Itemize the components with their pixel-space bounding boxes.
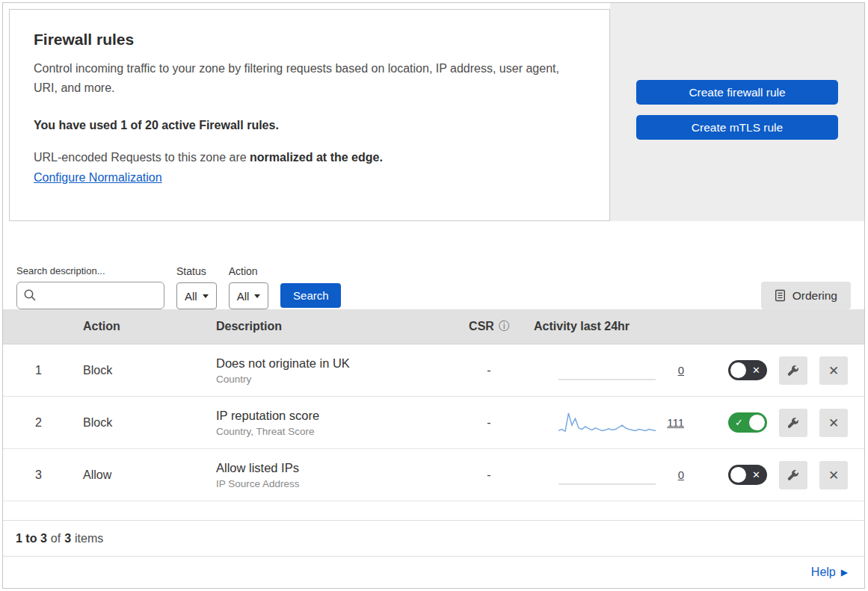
usage-summary: You have used 1 of 20 active Firewall ru… [34, 119, 585, 132]
create-firewall-rule-button[interactable]: Create firewall rule [636, 80, 838, 105]
close-icon: ✕ [828, 415, 839, 430]
normalization-note: URL-encoded Requests to this zone are no… [34, 151, 585, 164]
table-bottom-spacer [3, 501, 864, 521]
rule-description-cell: Does not originate in UK Country [201, 356, 444, 385]
rule-csr: - [444, 364, 534, 377]
search-field: Search description... [16, 265, 164, 309]
edit-rule-button[interactable] [779, 461, 807, 489]
activity-count-link[interactable]: 0 [665, 364, 684, 377]
search-input[interactable] [16, 282, 164, 309]
rule-csr: - [444, 468, 534, 482]
action-dropdown-value: All [237, 290, 250, 303]
header-description: Description [201, 320, 444, 333]
configure-normalization-link[interactable]: Configure Normalization [34, 171, 162, 185]
rule-activity-cell: 111 [534, 409, 695, 436]
action-label: Action [229, 265, 269, 277]
header-action: Action [74, 320, 201, 333]
rule-enabled-toggle[interactable]: ✕ [728, 360, 767, 380]
items-total: 3 [64, 532, 71, 545]
header-csr-label: CSR [469, 320, 494, 333]
status-dropdown[interactable]: All [176, 282, 217, 309]
rule-enabled-toggle[interactable]: ✕ [728, 465, 767, 485]
rule-activity-cell: 0 [534, 357, 695, 384]
wrench-icon [787, 469, 799, 481]
rule-activity-cell: 0 [534, 462, 695, 489]
activity-count-link[interactable]: 0 [665, 468, 684, 481]
items-of-label: of [51, 532, 61, 545]
action-dropdown[interactable]: All [229, 282, 269, 309]
search-button[interactable]: Search [280, 283, 341, 308]
rule-priority: 1 [3, 364, 74, 377]
items-label: items [75, 532, 103, 545]
info-icon[interactable]: ⓘ [499, 320, 509, 333]
table-row: 1 Block Does not originate in UK Country… [3, 344, 864, 397]
status-label: Status [176, 265, 217, 277]
intro-card: Firewall rules Control incoming traffic … [9, 9, 610, 221]
ordering-button-label: Ordering [792, 289, 837, 303]
chevron-right-icon: ▶ [841, 567, 848, 578]
rule-action: Block [74, 416, 201, 430]
rule-priority: 3 [3, 468, 74, 482]
activity-sparkline [558, 357, 656, 384]
page-description: Control incoming traffic to your zone by… [34, 59, 583, 98]
rule-subtitle: IP Source Address [216, 478, 444, 489]
rule-controls: ✓ ✕ [695, 409, 864, 437]
wrench-icon [787, 417, 799, 429]
items-range: 1 to 3 [16, 532, 47, 545]
toggle-knob [730, 362, 746, 378]
table-header: Action Description CSR ⓘ Activity last 2… [3, 309, 864, 344]
rule-description-cell: IP reputation score Country, Threat Scor… [201, 409, 444, 437]
action-panel: Create firewall rule Create mTLS rule [610, 3, 864, 221]
rule-action: Allow [74, 468, 201, 482]
table-row: 3 Allow Allow listed IPs IP Source Addre… [3, 449, 864, 501]
toggle-state-icon: ✓ [735, 417, 743, 428]
rule-priority: 2 [3, 416, 74, 430]
normalization-text: URL-encoded Requests to this zone are [34, 151, 247, 164]
search-label: Search description... [16, 265, 164, 276]
help-label: Help [811, 566, 836, 579]
edit-rule-button[interactable] [779, 409, 807, 437]
intro-section: Firewall rules Control incoming traffic … [3, 3, 864, 221]
table-row: 2 Block IP reputation score Country, Thr… [3, 397, 864, 449]
pagination-summary: 1 to 3 of 3 items [3, 521, 864, 557]
close-icon: ✕ [828, 468, 839, 483]
toggle-knob [749, 415, 765, 430]
rule-csr: - [444, 416, 534, 430]
rule-enabled-toggle[interactable]: ✓ [728, 412, 767, 433]
rule-title: IP reputation score [216, 409, 444, 423]
delete-rule-button[interactable]: ✕ [819, 461, 848, 489]
rule-subtitle: Country [216, 374, 444, 385]
ordering-button[interactable]: Ordering [761, 282, 851, 309]
rule-subtitle: Country, Threat Score [216, 426, 444, 437]
wrench-icon [787, 365, 799, 377]
status-dropdown-value: All [185, 290, 197, 303]
header-csr: CSR ⓘ [444, 320, 534, 333]
create-mtls-rule-button[interactable]: Create mTLS rule [636, 115, 838, 140]
normalization-emphasis: normalized at the edge. [250, 151, 383, 164]
activity-sparkline [558, 462, 656, 489]
toggle-state-icon: ✕ [752, 469, 760, 480]
close-icon: ✕ [828, 363, 839, 378]
help-bar: Help ▶ [3, 557, 864, 588]
search-input-wrap [16, 282, 164, 309]
delete-rule-button[interactable]: ✕ [819, 356, 848, 385]
activity-sparkline [558, 409, 656, 436]
rule-description-cell: Allow listed IPs IP Source Address [201, 461, 444, 489]
rule-controls: ✕ ✕ [695, 461, 864, 489]
action-filter: Action All [229, 265, 269, 309]
activity-count-link[interactable]: 111 [665, 416, 684, 429]
rule-action: Block [74, 364, 201, 377]
rule-controls: ✕ ✕ [695, 356, 864, 385]
filter-bar: Search description... Status All Action … [3, 221, 864, 309]
delete-rule-button[interactable]: ✕ [819, 409, 848, 437]
help-link[interactable]: Help ▶ [811, 566, 848, 579]
firewall-rules-page: Firewall rules Control incoming traffic … [2, 2, 865, 589]
rule-title: Does not originate in UK [216, 356, 444, 371]
header-activity: Activity last 24hr [534, 320, 695, 333]
chevron-down-icon [203, 294, 209, 298]
edit-rule-button[interactable] [779, 356, 807, 385]
rule-title: Allow listed IPs [216, 461, 444, 475]
toggle-knob [730, 467, 746, 483]
list-icon [775, 289, 786, 302]
search-icon [23, 288, 37, 302]
